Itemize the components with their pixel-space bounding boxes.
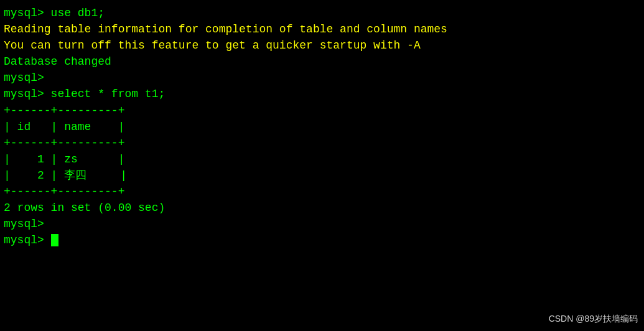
terminal-line: Reading table information for completion… [4, 21, 640, 37]
terminal-line: +------+---------+ [4, 184, 640, 200]
terminal-line: 2 rows in set (0.00 sec) [4, 200, 640, 216]
terminal-line: You can turn off this feature to get a q… [4, 37, 640, 54]
terminal-line: mysql> [4, 216, 640, 232]
terminal-cursor [51, 234, 58, 246]
terminal-line: +------+---------+ [4, 135, 640, 151]
watermark-text: CSDN @89岁扶墙编码 [549, 314, 638, 325]
terminal-line: Database changed [4, 54, 640, 70]
terminal-line: +------+---------+ [4, 103, 640, 119]
terminal-line: | id | name | [4, 119, 640, 135]
terminal-line: mysql> [4, 70, 640, 86]
terminal[interactable]: mysql> use db1;Reading table information… [0, 0, 644, 331]
terminal-line: | 2 | 李四 | [4, 167, 640, 184]
terminal-line: | 1 | zs | [4, 151, 640, 167]
terminal-line: mysql> [4, 232, 640, 248]
terminal-line: mysql> select * from t1; [4, 86, 640, 102]
terminal-line: mysql> use db1; [4, 5, 640, 21]
